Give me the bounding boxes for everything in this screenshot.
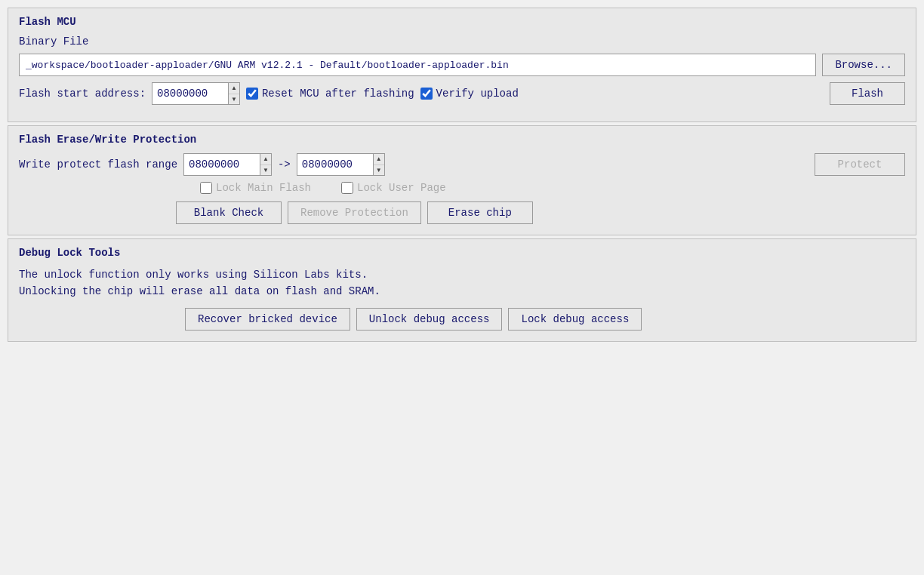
flash-address-input[interactable]	[152, 83, 228, 104]
binary-file-input[interactable]	[19, 54, 816, 76]
protection-left: Write protect flash range ▲ ▼ -> ▲	[19, 153, 799, 224]
flash-mcu-section: Flash MCU Binary File Browse... Flash st…	[8, 8, 916, 122]
debug-lock-section: Debug Lock Tools The unlock function onl…	[8, 238, 916, 342]
erase-chip-button[interactable]: Erase chip	[427, 201, 533, 224]
recover-bricked-button[interactable]: Recover bricked device	[185, 308, 350, 331]
debug-info-line1: The unlock function only works using Sil…	[19, 266, 905, 283]
flash-mcu-title: Flash MCU	[19, 16, 905, 28]
reset-mcu-checkbox[interactable]	[246, 88, 258, 100]
lock-user-page-wrapper: Lock User Page	[341, 182, 446, 194]
protection-layout: Write protect flash range ▲ ▼ -> ▲	[19, 153, 905, 224]
range-end-spin-buttons: ▲ ▼	[373, 154, 384, 175]
protect-button-area: Protect	[807, 153, 905, 176]
binary-file-label: Binary File	[19, 35, 88, 48]
lock-main-flash-label: Lock Main Flash	[216, 182, 311, 194]
lock-user-page-label: Lock User Page	[357, 182, 446, 194]
flash-address-spinner[interactable]: ▲ ▼	[152, 82, 240, 105]
lock-debug-button[interactable]: Lock debug access	[508, 308, 642, 331]
range-start-spinner[interactable]: ▲ ▼	[183, 153, 272, 176]
flash-protection-title: Flash Erase/Write Protection	[19, 134, 905, 146]
flash-protection-section: Flash Erase/Write Protection Write prote…	[8, 125, 916, 235]
lock-checkboxes-row: Lock Main Flash Lock User Page	[19, 182, 799, 194]
flash-address-up[interactable]: ▲	[229, 83, 239, 94]
main-container: Flash MCU Binary File Browse... Flash st…	[0, 0, 924, 575]
range-start-input[interactable]	[184, 154, 260, 175]
flash-start-address-label: Flash start address:	[19, 88, 146, 100]
binary-file-row: Binary File	[19, 35, 905, 48]
arrow-label: ->	[278, 158, 291, 171]
range-end-spinner[interactable]: ▲ ▼	[297, 153, 385, 176]
debug-info-line2: Unlocking the chip will erase all data o…	[19, 283, 905, 300]
range-end-up[interactable]: ▲	[374, 154, 384, 165]
lock-main-flash-checkbox[interactable]	[200, 182, 212, 194]
write-protect-range-row: Write protect flash range ▲ ▼ -> ▲	[19, 153, 799, 176]
debug-lock-title: Debug Lock Tools	[19, 247, 905, 259]
protection-buttons-row: Blank Check Remove Protection Erase chip	[19, 201, 799, 224]
flash-options-row: Flash start address: ▲ ▼ Reset MCU after…	[19, 82, 905, 105]
verify-upload-checkbox-wrapper: Verify upload	[420, 88, 519, 100]
unlock-debug-button[interactable]: Unlock debug access	[356, 308, 503, 331]
range-start-up[interactable]: ▲	[260, 154, 271, 165]
protect-button[interactable]: Protect	[815, 153, 905, 176]
browse-button[interactable]: Browse...	[822, 54, 905, 76]
binary-file-input-row: Browse...	[19, 54, 905, 76]
lock-user-page-checkbox[interactable]	[341, 182, 353, 194]
reset-mcu-checkbox-wrapper: Reset MCU after flashing	[246, 88, 414, 100]
flash-address-spin-buttons: ▲ ▼	[228, 83, 239, 104]
debug-buttons-row: Recover bricked device Unlock debug acce…	[19, 308, 905, 331]
range-end-input[interactable]	[297, 154, 373, 175]
verify-upload-checkbox[interactable]	[420, 88, 433, 100]
verify-upload-label: Verify upload	[436, 88, 519, 100]
write-protect-label: Write protect flash range	[19, 158, 177, 171]
range-start-down[interactable]: ▼	[260, 165, 271, 176]
flash-address-down[interactable]: ▼	[229, 94, 239, 105]
lock-main-flash-wrapper: Lock Main Flash	[200, 182, 311, 194]
range-end-down[interactable]: ▼	[374, 165, 384, 176]
blank-check-button[interactable]: Blank Check	[176, 201, 282, 224]
remove-protection-button[interactable]: Remove Protection	[288, 201, 421, 224]
range-start-spin-buttons: ▲ ▼	[260, 154, 271, 175]
reset-mcu-label: Reset MCU after flashing	[262, 88, 414, 100]
flash-button[interactable]: Flash	[830, 82, 905, 105]
